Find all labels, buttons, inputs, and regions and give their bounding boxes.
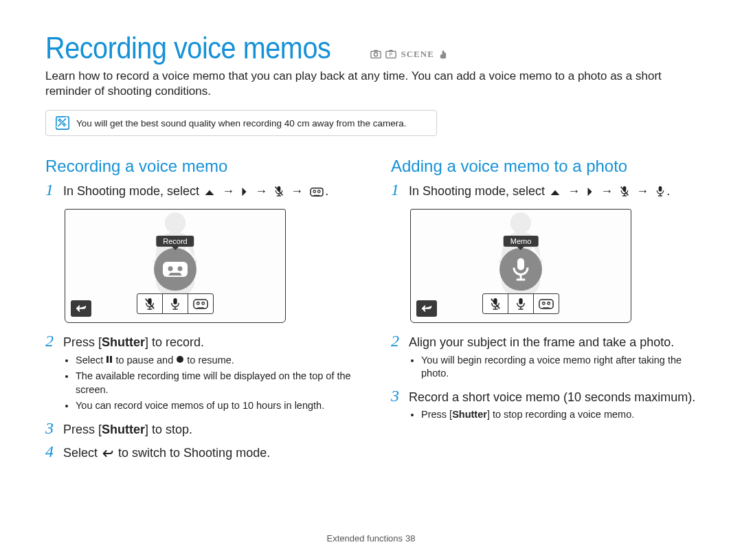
left-step2: Press [Shutter] to record. (63, 333, 204, 350)
svg-point-53 (548, 302, 550, 305)
left-step2-bullet-b: The available recording time will be dis… (76, 370, 351, 396)
svg-point-13 (318, 190, 321, 193)
svg-point-12 (313, 190, 316, 193)
svg-point-28 (202, 302, 205, 305)
right-heading: Adding a voice memo to a photo (391, 157, 697, 176)
svg-rect-37 (659, 186, 662, 192)
mode-icons-row: P SCENE (370, 49, 447, 60)
svg-rect-41 (517, 258, 524, 271)
svg-point-18 (178, 267, 183, 271)
right-step3-bullet-a: Press [Shutter] to stop recording a voic… (421, 408, 697, 422)
cassette-large-icon (161, 260, 189, 278)
mic-off-icon (620, 186, 629, 197)
step-number: 2 (45, 333, 58, 349)
svg-point-2 (374, 53, 378, 56)
scene-mode-label: SCENE (401, 49, 434, 60)
option-mic-off[interactable] (137, 294, 163, 313)
back-button[interactable] (416, 300, 437, 317)
note-text: You will get the best sound quality when… (76, 118, 407, 128)
mic-large-icon (510, 256, 531, 282)
step-number: 3 (391, 388, 403, 404)
mic-off-icon (274, 186, 284, 197)
step-number: 2 (391, 333, 403, 349)
option-row (482, 293, 559, 314)
svg-text:P: P (390, 52, 393, 58)
back-button[interactable] (71, 300, 91, 317)
record-dot-icon (176, 355, 184, 363)
svg-rect-4 (390, 50, 393, 52)
left-step1: In Shooting mode, select → → → . (63, 181, 328, 199)
svg-rect-23 (173, 298, 177, 304)
note-icon (56, 116, 69, 130)
left-step2-bullet-c: You can record voice memos of up to 10 h… (76, 399, 351, 413)
center-bubble-cassette (154, 248, 196, 291)
left-step4: Select to switch to Shooting mode. (63, 443, 270, 461)
option-mic[interactable] (163, 294, 188, 313)
left-screenshot: Record (65, 209, 286, 323)
chevron-right-icon (241, 187, 248, 197)
svg-point-40 (510, 213, 531, 234)
svg-point-27 (197, 302, 200, 305)
svg-point-32 (177, 356, 183, 363)
intro-text: Learn how to record a voice memo that yo… (45, 69, 697, 99)
step-number: 1 (391, 181, 403, 198)
bubble-label-record: Record (156, 236, 194, 247)
page-footer: Extended functions38 (0, 533, 742, 544)
dual-is-icon (438, 49, 448, 59)
bubble-label-memo: Memo (504, 236, 539, 247)
svg-rect-11 (311, 188, 323, 196)
chevron-right-icon (587, 187, 594, 197)
svg-rect-48 (519, 298, 522, 304)
right-step1: In Shooting mode, select → → → . (409, 181, 670, 199)
svg-rect-30 (106, 356, 109, 363)
return-icon (102, 449, 113, 458)
svg-rect-31 (110, 356, 112, 363)
right-step2-bullet-a: You will begin recording a voice memo ri… (421, 354, 697, 381)
step-number: 4 (45, 443, 58, 460)
cassette-icon (310, 188, 324, 197)
option-cassette[interactable] (534, 294, 559, 313)
option-cassette[interactable] (188, 294, 213, 313)
step-number: 1 (45, 181, 58, 198)
menu-up-icon (550, 188, 561, 197)
center-bubble-mic (499, 248, 542, 291)
note-box: You will get the best sound quality when… (45, 110, 437, 136)
svg-point-17 (168, 267, 173, 271)
left-heading: Recording a voice memo (45, 157, 351, 176)
left-step3: Press [Shutter] to stop. (63, 420, 192, 438)
svg-point-15 (165, 213, 186, 234)
step-number: 3 (45, 420, 58, 436)
option-mic-off[interactable] (483, 294, 508, 313)
right-screenshot: Memo (410, 209, 631, 323)
mic-on-icon (655, 186, 665, 197)
svg-rect-1 (374, 50, 378, 52)
menu-up-icon (204, 188, 215, 197)
page-title: Recording voice memos (45, 33, 330, 63)
option-mic[interactable] (508, 294, 534, 313)
svg-rect-51 (539, 300, 553, 309)
option-row (137, 293, 214, 314)
right-step2: Align your subject in the frame and take… (409, 333, 674, 350)
pause-icon (106, 355, 113, 363)
svg-point-52 (543, 302, 546, 305)
svg-rect-26 (194, 300, 207, 309)
camera-program-icon: P (385, 49, 396, 58)
left-step2-bullet-a: Select to pause and to resume. (76, 354, 351, 368)
right-step3: Record a short voice memo (10 seconds ma… (409, 388, 695, 405)
camera-auto-icon (370, 49, 381, 58)
